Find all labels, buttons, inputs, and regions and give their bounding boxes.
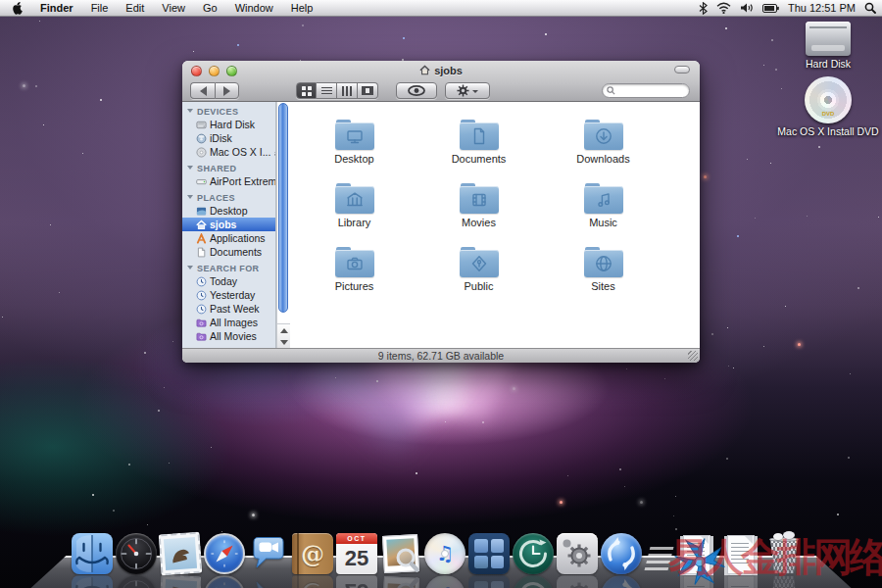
battery-icon[interactable] <box>762 4 779 13</box>
star <box>158 410 160 412</box>
folder-item-music[interactable]: Music <box>541 168 665 231</box>
dock-item-address-book[interactable]: @ @ <box>292 533 333 574</box>
scroll-up-button[interactable] <box>277 324 290 336</box>
dock-item-ical[interactable]: OCT 25 OCT 25 <box>336 533 377 574</box>
dock-item-time-machine[interactable] <box>513 533 554 574</box>
icon-view-button[interactable] <box>296 82 317 99</box>
disclosure-triangle-icon[interactable] <box>187 266 193 270</box>
resize-grip[interactable] <box>688 351 698 361</box>
folder-item-public[interactable]: Public <box>416 231 541 295</box>
ical-icon: OCT 25 <box>336 533 377 574</box>
sidebar-item-all-movies[interactable]: All Movies <box>182 329 275 343</box>
sidebar-section-shared[interactable]: SHARED <box>182 159 275 174</box>
menu-window[interactable]: Window <box>226 0 282 17</box>
volume-icon[interactable] <box>740 2 754 14</box>
spotlight-icon[interactable] <box>864 2 876 14</box>
folder-item-sites[interactable]: Sites <box>541 231 665 295</box>
folder-item-documents[interactable]: Documents <box>416 104 541 168</box>
menu-file[interactable]: File <box>82 0 118 17</box>
wifi-icon[interactable] <box>716 2 731 14</box>
back-button[interactable] <box>190 82 215 99</box>
disclosure-triangle-icon[interactable] <box>187 195 193 199</box>
dock-item-itunes[interactable]: ♫ ♫ <box>424 533 466 574</box>
action-button[interactable] <box>445 82 490 99</box>
menu-help[interactable]: Help <box>282 0 322 17</box>
music-emblem-icon <box>594 190 613 210</box>
star <box>807 216 808 217</box>
sidebar-item-documents[interactable]: Documents <box>182 245 275 259</box>
star <box>237 44 239 46</box>
dock-item-safari[interactable] <box>204 533 245 574</box>
sidebar-item-yesterday[interactable]: Yesterday <box>182 288 275 302</box>
system-preferences-icon <box>557 533 598 574</box>
sidebar-item-hard-disk[interactable]: Hard Disk <box>182 118 275 131</box>
bluetooth-icon[interactable] <box>699 2 708 15</box>
install-disc-icon <box>196 147 207 158</box>
menu-edit[interactable]: Edit <box>117 0 153 17</box>
sidebar-item-all-images[interactable]: All Images <box>182 316 275 329</box>
menu-go[interactable]: Go <box>194 0 226 17</box>
forward-button[interactable] <box>215 82 239 99</box>
desktop-icon-install-dvd[interactable]: DVD Mac OS X Install DVD <box>774 76 882 137</box>
folder-item-library[interactable]: Library <box>292 168 416 231</box>
dock-item-software-update[interactable] <box>601 533 642 574</box>
coverflow-view-button[interactable] <box>358 82 378 99</box>
disclosure-triangle-icon[interactable] <box>187 109 193 113</box>
sidebar-section-places[interactable]: PLACES <box>182 188 275 204</box>
menu-view[interactable]: View <box>153 0 194 17</box>
folder-label: Sites <box>591 280 614 292</box>
dock-item-spaces[interactable] <box>468 533 510 574</box>
folder-icon-library <box>335 186 374 214</box>
dock-item-dashboard[interactable] <box>116 533 157 574</box>
window-titlebar[interactable]: sjobs <box>182 61 700 102</box>
dock-item-finder[interactable] <box>72 533 113 574</box>
star <box>193 51 194 52</box>
folder-item-movies[interactable]: Movies <box>416 168 541 231</box>
sidebar-item-applications[interactable]: Applications <box>182 231 275 245</box>
sidebar-item-sjobs[interactable]: sjobs <box>182 218 275 231</box>
file-browser-area[interactable]: Desktop Documents Downloads Library Movi… <box>290 102 700 348</box>
sidebar-scrollbar[interactable] <box>276 102 290 348</box>
desktop-icon-hard-disk[interactable]: Hard Disk <box>784 22 872 70</box>
search-field[interactable] <box>602 83 690 98</box>
quick-look-button[interactable] <box>396 82 437 99</box>
folder-item-desktop[interactable]: Desktop <box>292 104 416 168</box>
movies-emblem-icon <box>469 190 489 210</box>
menu-clock[interactable]: Thu 12:51 PM <box>788 2 856 14</box>
dock-item-preview[interactable] <box>380 533 421 574</box>
toolbar-toggle-widget[interactable] <box>674 66 690 74</box>
dock-item-documents-stack[interactable] <box>675 533 716 574</box>
install-dvd-label: Mac OS X Install DVD <box>774 125 882 137</box>
dock-item-mail[interactable] <box>160 533 201 574</box>
folder-item-downloads[interactable]: Downloads <box>541 104 665 168</box>
star <box>164 387 165 388</box>
sidebar-item-label: Desktop <box>210 205 248 217</box>
folder-label: Movies <box>462 217 496 228</box>
sidebar-item-today[interactable]: Today <box>182 274 275 288</box>
dock-item-downloads-stack[interactable] <box>719 533 760 574</box>
search-input[interactable] <box>618 84 685 97</box>
folder-item-pictures[interactable]: Pictures <box>292 231 416 295</box>
list-view-button[interactable] <box>317 82 337 99</box>
dock-item-system-preferences[interactable] <box>557 533 598 574</box>
disclosure-triangle-icon[interactable] <box>187 166 193 170</box>
home-small-icon <box>196 220 207 230</box>
sidebar-item-airport-extreme[interactable]: AirPort Extreme <box>182 174 275 188</box>
scrollbar-thumb[interactable] <box>278 103 288 313</box>
sidebar-section-search-for[interactable]: SEARCH FOR <box>182 259 275 274</box>
scrollbar-arrows <box>277 323 290 348</box>
documents-stack-icon <box>675 533 716 574</box>
apple-menu[interactable] <box>6 1 31 15</box>
sidebar-item-mac-os-x-i[interactable]: Mac OS X I... <box>182 145 275 159</box>
star <box>545 33 547 35</box>
column-view-button[interactable] <box>337 82 358 99</box>
sidebar-item-past-week[interactable]: Past Week <box>182 302 275 316</box>
scroll-down-button[interactable] <box>277 336 290 348</box>
sidebar-section-devices[interactable]: DEVICES <box>182 102 275 118</box>
dock-item-ichat[interactable] <box>248 533 289 574</box>
dock-item-trash[interactable] <box>763 533 805 574</box>
sidebar-item-desktop[interactable]: Desktop <box>182 204 275 218</box>
menu-finder[interactable]: Finder <box>31 0 82 17</box>
sidebar-item-idisk[interactable]: iDisk <box>182 131 275 145</box>
star <box>147 524 148 525</box>
